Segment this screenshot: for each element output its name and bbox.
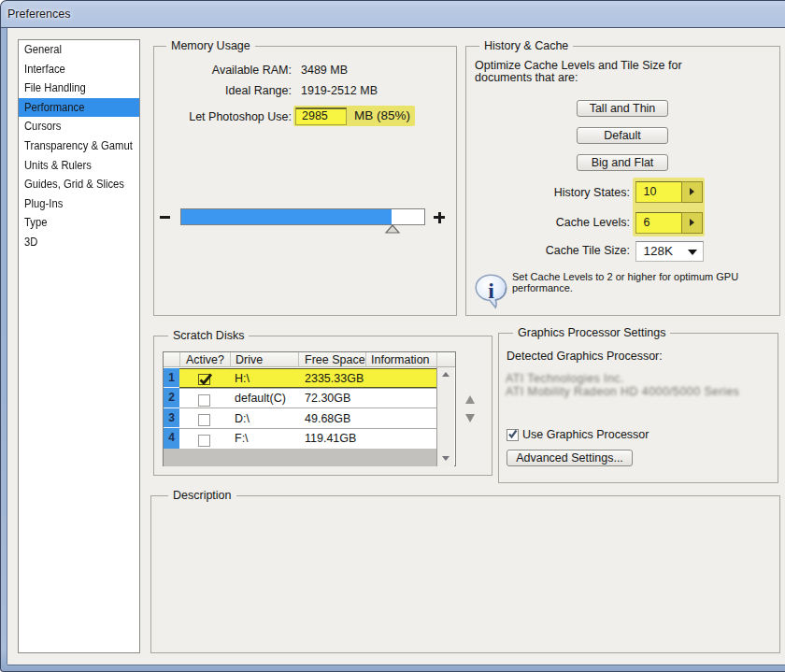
- svg-text:i: i: [488, 279, 494, 303]
